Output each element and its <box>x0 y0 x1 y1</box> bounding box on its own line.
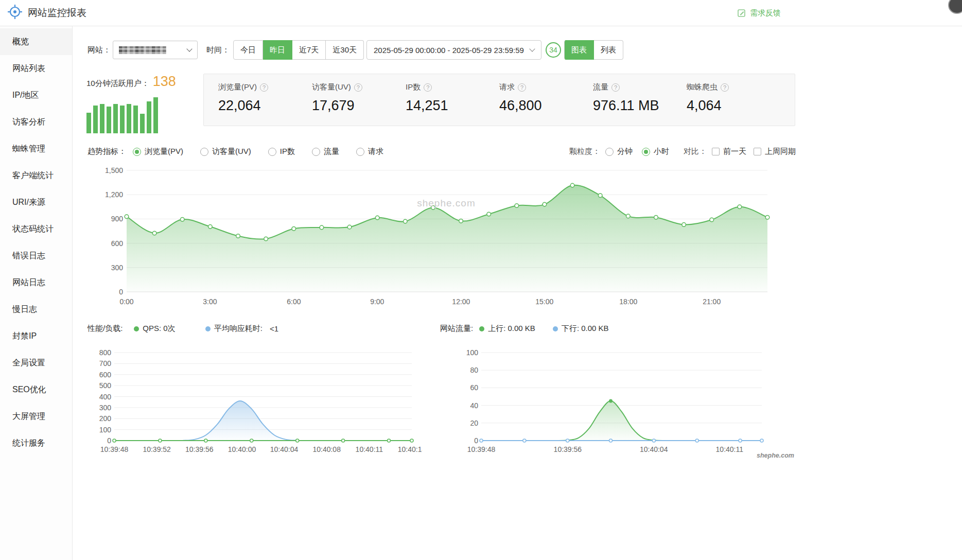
time-label: 时间： <box>206 45 230 55</box>
main-content: 网站： 时间： 今日昨日近7天近30天 2025-05-29 00:00:00 … <box>73 26 962 560</box>
sidebar-item-1[interactable]: 网站列表 <box>0 55 72 82</box>
qps-legend-label: QPS: 0次 <box>143 324 175 334</box>
stat-label: IP数? <box>406 82 499 92</box>
granularity-radio-0-label: 分钟 <box>617 147 633 156</box>
response-time-legend-label: 平均响应耗时: <box>214 324 263 334</box>
active-users-value: 138 <box>153 74 176 90</box>
downstream-legend-dot <box>553 326 558 331</box>
metric-radio-0-label: 浏览量(PV) <box>145 147 183 156</box>
svg-text:20: 20 <box>470 419 478 427</box>
svg-text:900: 900 <box>111 215 124 223</box>
radio-icon <box>200 148 208 156</box>
radio-icon <box>642 148 650 156</box>
metric-radio-1[interactable]: 访客量(UV) <box>200 147 251 156</box>
help-icon[interactable]: ? <box>354 83 362 92</box>
stat-label-text: IP数 <box>406 82 421 92</box>
metric-radio-3[interactable]: 流量 <box>312 147 339 156</box>
sidebar-item-13[interactable]: SEO优化 <box>0 376 72 403</box>
view-toggle-buttons: 图表列表 <box>564 40 623 60</box>
help-icon[interactable]: ? <box>424 83 432 92</box>
sidebar-item-7[interactable]: 状态码统计 <box>0 216 72 242</box>
metric-radio-0[interactable]: 浏览量(PV) <box>133 147 183 156</box>
sidebar-item-5[interactable]: 客户端统计 <box>0 162 72 189</box>
sidebar-item-2[interactable]: IP/地区 <box>0 82 72 109</box>
svg-text:0:00: 0:00 <box>119 297 133 306</box>
corner-widget[interactable] <box>948 0 962 14</box>
svg-text:10:40:14: 10:40:14 <box>398 445 422 453</box>
compare-checkbox-0[interactable]: 前一天 <box>712 147 746 156</box>
stat-label: 蜘蛛爬虫? <box>687 82 780 92</box>
sidebar-item-8[interactable]: 错误日志 <box>0 242 72 269</box>
time-button-0[interactable]: 今日 <box>233 40 263 60</box>
activity-bar <box>127 104 131 133</box>
svg-text:10:40:08: 10:40:08 <box>312 445 341 453</box>
svg-text:9:00: 9:00 <box>370 297 384 306</box>
activity-bar <box>100 104 104 133</box>
stat-label: 访客量(UV)? <box>312 82 406 92</box>
help-icon[interactable]: ? <box>260 83 268 92</box>
sidebar-item-6[interactable]: URI/来源 <box>0 189 72 216</box>
sidebar-item-10[interactable]: 慢日志 <box>0 296 72 323</box>
sidebar-item-15[interactable]: 统计服务 <box>0 430 72 457</box>
stat-label-text: 浏览量(PV) <box>218 82 257 92</box>
help-icon[interactable]: ? <box>721 83 729 92</box>
sidebar-item-9[interactable]: 网站日志 <box>0 269 72 296</box>
svg-text:80: 80 <box>470 366 478 374</box>
granularity-radio-1[interactable]: 小时 <box>642 147 669 156</box>
help-icon[interactable]: ? <box>518 83 526 92</box>
metric-radio-3-label: 流量 <box>324 147 339 156</box>
view-button-1[interactable]: 列表 <box>594 40 623 60</box>
top-header: 网站监控报表 需求反馈 <box>0 0 962 26</box>
checkbox-icon <box>754 148 761 155</box>
app-logo-icon <box>7 4 23 22</box>
time-range-buttons: 今日昨日近7天近30天 <box>233 40 364 60</box>
feedback-edit-icon <box>737 8 746 18</box>
traffic-legend-title: 网站流量: <box>440 324 473 334</box>
feedback-link[interactable]: 需求反馈 <box>737 8 781 18</box>
time-button-1[interactable]: 昨日 <box>263 40 292 60</box>
site-name-redacted <box>119 46 166 54</box>
sidebar-item-14[interactable]: 大屏管理 <box>0 403 72 430</box>
stat-value: 976.11 MB <box>593 98 687 114</box>
svg-text:600: 600 <box>111 239 124 248</box>
sidebar: 概览网站列表IP/地区访客分析蜘蛛管理客户端统计URI/来源状态码统计错误日志网… <box>0 26 73 560</box>
svg-text:10:39:56: 10:39:56 <box>185 445 214 453</box>
svg-text:10:39:48: 10:39:48 <box>100 445 129 453</box>
compare-checkbox-1[interactable]: 上周同期 <box>754 147 796 156</box>
stat-label: 请求? <box>499 82 593 92</box>
svg-text:500: 500 <box>99 381 112 390</box>
svg-text:300: 300 <box>111 264 124 272</box>
date-range-picker[interactable]: 2025-05-29 00:00:00 - 2025-05-29 23:59:5… <box>366 40 541 60</box>
svg-text:0: 0 <box>119 288 123 296</box>
refresh-countdown-badge[interactable]: 34 <box>546 42 561 58</box>
stat-card-2: IP数?14,251 <box>406 82 499 126</box>
metric-radio-4[interactable]: 请求 <box>356 147 383 156</box>
upstream-legend-dot <box>479 326 484 331</box>
metric-radio-2-label: IP数 <box>280 147 295 156</box>
sidebar-item-0[interactable]: 概览 <box>0 28 72 55</box>
time-button-3[interactable]: 近30天 <box>326 40 364 60</box>
sidebar-item-3[interactable]: 访客分析 <box>0 109 72 135</box>
svg-text:0: 0 <box>107 436 111 445</box>
view-button-0[interactable]: 图表 <box>564 40 594 60</box>
radio-icon <box>312 148 320 156</box>
activity-bar <box>153 97 158 133</box>
sidebar-item-4[interactable]: 蜘蛛管理 <box>0 135 72 162</box>
granularity-radio-0[interactable]: 分钟 <box>605 147 633 156</box>
activity-bar <box>147 101 151 133</box>
svg-text:18:00: 18:00 <box>619 297 637 306</box>
metric-radio-2[interactable]: IP数 <box>268 147 295 156</box>
granularity-radio-group: 分钟小时 <box>605 147 669 156</box>
activity-bar <box>133 106 138 133</box>
help-icon[interactable]: ? <box>611 83 620 92</box>
time-button-2[interactable]: 近7天 <box>292 40 326 60</box>
svg-text:10:40:04: 10:40:04 <box>640 445 668 453</box>
sidebar-item-11[interactable]: 封禁IP <box>0 323 72 349</box>
feedback-label: 需求反馈 <box>750 8 781 18</box>
svg-text:400: 400 <box>99 393 112 401</box>
svg-text:10:39:56: 10:39:56 <box>554 445 582 453</box>
svg-text:100: 100 <box>99 426 112 434</box>
sidebar-item-12[interactable]: 全局设置 <box>0 349 72 376</box>
site-selector[interactable] <box>113 41 198 59</box>
watermark: shephe.com <box>757 452 794 459</box>
